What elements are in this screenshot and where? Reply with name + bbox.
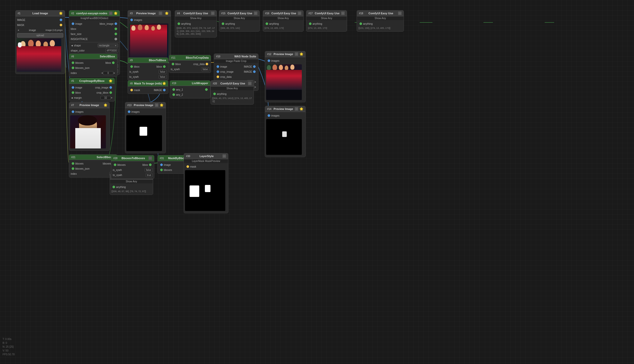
- node6-row-bboxes-in: bboxes bbox: [69, 60, 117, 65]
- port30-mask-in[interactable]: [187, 165, 189, 168]
- node14-header: #14 Preview Image □ 🌟: [265, 106, 305, 112]
- node12-copy[interactable]: □: [295, 52, 298, 56]
- port20-anything-in[interactable]: [213, 93, 216, 95]
- node17-copy[interactable]: □: [341, 11, 345, 15]
- port2-image-in[interactable]: [72, 22, 74, 25]
- node15-copy[interactable]: □: [254, 11, 257, 15]
- port8-image-out[interactable]: [163, 89, 166, 91]
- node7-header: #7 Preview Image 🌟: [69, 102, 109, 108]
- val28-isxywh: false: [145, 168, 153, 172]
- port2-bbox-out[interactable]: [115, 28, 117, 30]
- node4-copy[interactable]: □: [211, 11, 215, 15]
- port18-anything-in[interactable]: [359, 22, 362, 25]
- node2-row-shapecolor: shape_color #FF0000: [69, 48, 120, 53]
- input5-margin[interactable]: 32: [101, 96, 111, 100]
- port2-facesize-out[interactable]: [115, 33, 117, 35]
- port10-cropdata-in[interactable]: [217, 76, 219, 78]
- port8-mask-in[interactable]: [130, 89, 133, 91]
- port14-images-in[interactable]: [268, 114, 270, 117]
- node6-row-index: index ◄ 0 ►: [69, 70, 117, 76]
- port19-out[interactable]: [205, 88, 208, 91]
- node30-subtitle: LayerMask MaskPreview: [184, 159, 228, 163]
- port5-image-in[interactable]: [72, 86, 74, 89]
- node10-row-image: image IMAGE: [214, 64, 258, 69]
- port16-anything-in[interactable]: [266, 22, 268, 25]
- port6-bbox-out[interactable]: [112, 61, 115, 64]
- node30-body: mask: [184, 163, 228, 213]
- node15-body: anything [306, 45, 373, 141]: [219, 20, 259, 31]
- node3-copy[interactable]: □: [159, 11, 162, 15]
- node-show-any4: #4 ComfyUI Easy Use □ Show Any anything …: [175, 10, 217, 37]
- select2-shape-arrow: ►: [115, 44, 117, 47]
- node13-copy[interactable]: □: [155, 103, 158, 107]
- port21-bboxesjson-in[interactable]: [72, 167, 74, 170]
- port-image-out[interactable]: [60, 19, 62, 21]
- port11-cropdata-out[interactable]: [206, 63, 208, 65]
- node17-row-anything: anything: [306, 21, 347, 26]
- port-mask-out[interactable]: [60, 24, 62, 26]
- node-load-image-header: #1 Load Image 🌟: [16, 10, 65, 16]
- select2-shape[interactable]: rectangle ►: [98, 44, 118, 47]
- port31-image-in[interactable]: [160, 164, 163, 166]
- port9-bbox-in[interactable]: [130, 65, 133, 68]
- label12-images: images: [271, 59, 304, 62]
- node28-title: BboxesToBboxes: [121, 157, 145, 160]
- node12-body: images: [265, 57, 305, 102]
- port13-images-in[interactable]: [128, 110, 130, 113]
- node2-copy[interactable]: □: [109, 11, 113, 15]
- port10-image-out[interactable]: [253, 65, 256, 68]
- port17-anything-in[interactable]: [309, 22, 312, 25]
- label10-image2-out: IMAGE: [236, 70, 252, 73]
- port31-bboxes-in[interactable]: [160, 169, 163, 171]
- port28-bbox-out[interactable]: [149, 164, 152, 166]
- node30-copy[interactable]: □: [222, 154, 226, 158]
- node-preview14: #14 Preview Image □ 🌟 images: [265, 106, 306, 157]
- node18-copy[interactable]: □: [398, 11, 402, 15]
- node-title: Load Image: [32, 12, 48, 15]
- node2-subtitle: InsightFaceBBOXDetect: [69, 16, 120, 20]
- port2-bbox-image-out[interactable]: [115, 22, 117, 25]
- node16-row-anything: anything: [263, 21, 303, 26]
- port5-bbox-in[interactable]: [72, 91, 74, 94]
- node14-copy[interactable]: □: [295, 107, 298, 111]
- node13-title: Preview Image: [134, 104, 153, 107]
- port3-images-in[interactable]: [130, 19, 133, 21]
- node3-preview: [129, 23, 170, 59]
- port6-bboxes-in[interactable]: [72, 61, 74, 64]
- port7-images-in[interactable]: [72, 110, 74, 113]
- port21-bboxes-in[interactable]: [72, 162, 74, 165]
- node11-header: #11 BboxToCropData: [169, 55, 211, 60]
- port15-anything-in[interactable]: [222, 22, 224, 25]
- node20-copy[interactable]: □: [248, 82, 252, 85]
- node2-row-image-in: image bbox_image: [69, 21, 120, 26]
- port28-bboxes-in[interactable]: [114, 164, 116, 166]
- node28-copy[interactable]: □: [148, 156, 152, 160]
- port5-cropbbox-out[interactable]: [109, 91, 112, 94]
- port10-cropimage-in[interactable]: [217, 70, 219, 73]
- port4-anything-in[interactable]: [178, 22, 180, 25]
- port2-insightface-out[interactable]: [115, 38, 117, 40]
- port10-image2-out[interactable]: [253, 70, 256, 73]
- port22-anything-in[interactable]: [113, 186, 115, 188]
- node13-id: #13: [127, 104, 132, 107]
- node6-header: #6 SelectBbox: [69, 54, 117, 59]
- node18-header: #18 ComfyUI Easy Use □: [357, 10, 404, 16]
- label21-bboxesjson: bboxes_json: [75, 167, 116, 170]
- node16-copy[interactable]: □: [298, 11, 301, 15]
- port6-bboxesjson-in[interactable]: [72, 67, 74, 69]
- node17-content: [274, 13, 405, 173]: [306, 26, 347, 30]
- node-preview13: #13 Preview Image □ 🌟 images: [125, 102, 166, 153]
- port5-cropimage-out[interactable]: [109, 86, 112, 89]
- input6-index[interactable]: 0: [103, 71, 113, 75]
- port10-image-in[interactable]: [217, 65, 219, 68]
- port11-bbox-in[interactable]: [172, 63, 174, 65]
- port19-any1-in[interactable]: [172, 88, 175, 91]
- node18-title: ComfyUI Easy Use: [368, 12, 393, 15]
- port12-images-in[interactable]: [268, 59, 270, 62]
- upload-button[interactable]: upload: [17, 33, 63, 37]
- node19-header: #19 ListWrapper: [170, 81, 210, 86]
- port9-bbox-out[interactable]: [163, 65, 166, 68]
- node-row-filename: ◄ image image (13).png ►: [16, 28, 65, 33]
- port19-any2-in[interactable]: [172, 93, 175, 96]
- node4-content: [[306, 45, 373, 1412], [78, 74, 147, 171…: [175, 26, 217, 36]
